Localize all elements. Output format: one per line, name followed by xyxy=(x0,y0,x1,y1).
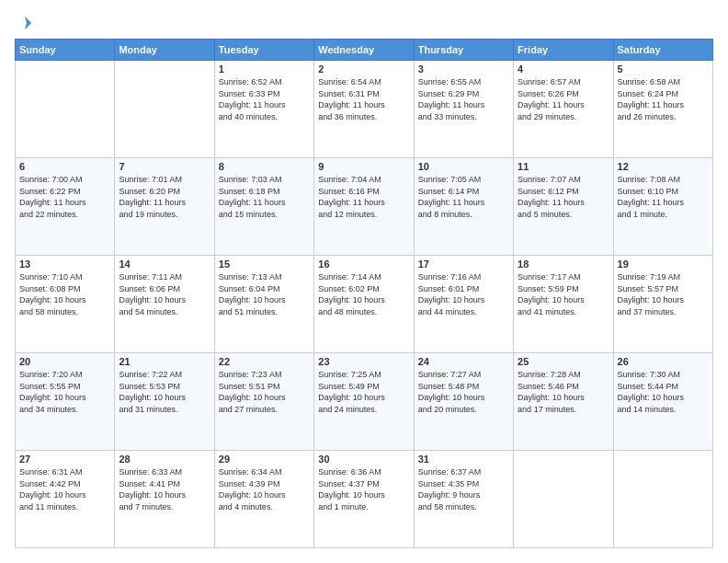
day-of-week-header: Thursday xyxy=(414,40,513,61)
calendar-week-row: 27Sunrise: 6:31 AM Sunset: 4:42 PM Dayli… xyxy=(16,451,713,548)
calendar-week-row: 6Sunrise: 7:00 AM Sunset: 6:22 PM Daylig… xyxy=(16,158,713,256)
calendar-day-cell: 2Sunrise: 6:54 AM Sunset: 6:31 PM Daylig… xyxy=(314,61,414,158)
calendar-day-cell: 18Sunrise: 7:17 AM Sunset: 5:59 PM Dayli… xyxy=(514,256,613,353)
day-info: Sunrise: 7:27 AM Sunset: 5:48 PM Dayligh… xyxy=(418,369,509,415)
day-info: Sunrise: 7:22 AM Sunset: 5:53 PM Dayligh… xyxy=(119,369,210,415)
calendar-day-cell: 31Sunrise: 6:37 AM Sunset: 4:35 PM Dayli… xyxy=(414,451,513,548)
day-info: Sunrise: 7:20 AM Sunset: 5:55 PM Dayligh… xyxy=(19,369,110,415)
day-number: 23 xyxy=(318,356,409,367)
page: SundayMondayTuesdayWednesdayThursdayFrid… xyxy=(0,0,728,563)
day-info: Sunrise: 7:10 AM Sunset: 6:08 PM Dayligh… xyxy=(19,271,110,317)
day-number: 19 xyxy=(618,259,709,270)
day-number: 16 xyxy=(318,259,409,270)
day-number: 4 xyxy=(518,63,609,75)
calendar-day-cell: 23Sunrise: 7:25 AM Sunset: 5:49 PM Dayli… xyxy=(314,353,414,451)
day-number: 27 xyxy=(19,454,110,465)
day-number: 22 xyxy=(219,356,310,367)
day-number: 20 xyxy=(19,356,110,367)
calendar-day-cell: 29Sunrise: 6:34 AM Sunset: 4:39 PM Dayli… xyxy=(214,451,313,548)
calendar-day-cell: 20Sunrise: 7:20 AM Sunset: 5:55 PM Dayli… xyxy=(16,353,115,451)
calendar-day-cell: 26Sunrise: 7:30 AM Sunset: 5:44 PM Dayli… xyxy=(613,353,712,451)
day-info: Sunrise: 6:52 AM Sunset: 6:33 PM Dayligh… xyxy=(219,76,310,122)
calendar-day-cell: 10Sunrise: 7:05 AM Sunset: 6:14 PM Dayli… xyxy=(414,158,513,256)
day-number: 3 xyxy=(418,63,509,75)
day-number: 5 xyxy=(618,63,709,75)
logo-icon xyxy=(17,15,33,31)
day-number: 31 xyxy=(418,454,509,465)
calendar-day-cell: 7Sunrise: 7:01 AM Sunset: 6:20 PM Daylig… xyxy=(115,158,214,256)
calendar-day-cell: 13Sunrise: 7:10 AM Sunset: 6:08 PM Dayli… xyxy=(16,256,115,353)
calendar-day-cell xyxy=(16,61,115,158)
day-number: 24 xyxy=(418,356,509,367)
day-number: 6 xyxy=(19,161,110,172)
calendar-day-cell: 6Sunrise: 7:00 AM Sunset: 6:22 PM Daylig… xyxy=(16,158,115,256)
calendar-day-cell: 19Sunrise: 7:19 AM Sunset: 5:57 PM Dayli… xyxy=(613,256,712,353)
day-of-week-header: Tuesday xyxy=(214,40,313,61)
day-info: Sunrise: 7:23 AM Sunset: 5:51 PM Dayligh… xyxy=(219,369,310,415)
day-number: 12 xyxy=(618,161,709,172)
day-info: Sunrise: 7:07 AM Sunset: 6:12 PM Dayligh… xyxy=(518,174,609,220)
day-of-week-header: Wednesday xyxy=(314,40,414,61)
day-of-week-header: Monday xyxy=(115,40,214,61)
day-info: Sunrise: 7:25 AM Sunset: 5:49 PM Dayligh… xyxy=(318,369,409,415)
day-info: Sunrise: 6:33 AM Sunset: 4:41 PM Dayligh… xyxy=(119,466,210,512)
calendar-day-cell: 8Sunrise: 7:03 AM Sunset: 6:18 PM Daylig… xyxy=(214,158,313,256)
day-info: Sunrise: 7:13 AM Sunset: 6:04 PM Dayligh… xyxy=(219,271,310,317)
day-number: 7 xyxy=(119,161,210,172)
day-number: 21 xyxy=(119,356,210,367)
day-number: 8 xyxy=(219,161,310,172)
calendar-week-row: 1Sunrise: 6:52 AM Sunset: 6:33 PM Daylig… xyxy=(16,61,713,158)
header xyxy=(15,15,713,31)
calendar-table: SundayMondayTuesdayWednesdayThursdayFrid… xyxy=(15,39,713,548)
day-info: Sunrise: 6:36 AM Sunset: 4:37 PM Dayligh… xyxy=(318,466,409,512)
calendar-day-cell: 27Sunrise: 6:31 AM Sunset: 4:42 PM Dayli… xyxy=(16,451,115,548)
day-info: Sunrise: 7:00 AM Sunset: 6:22 PM Dayligh… xyxy=(19,174,110,220)
calendar-week-row: 13Sunrise: 7:10 AM Sunset: 6:08 PM Dayli… xyxy=(16,256,713,353)
calendar-header-row: SundayMondayTuesdayWednesdayThursdayFrid… xyxy=(16,40,713,61)
day-info: Sunrise: 7:08 AM Sunset: 6:10 PM Dayligh… xyxy=(618,174,709,220)
day-number: 29 xyxy=(219,454,310,465)
calendar-day-cell: 21Sunrise: 7:22 AM Sunset: 5:53 PM Dayli… xyxy=(115,353,214,451)
day-info: Sunrise: 7:19 AM Sunset: 5:57 PM Dayligh… xyxy=(618,271,709,317)
day-number: 2 xyxy=(318,63,409,75)
day-info: Sunrise: 6:54 AM Sunset: 6:31 PM Dayligh… xyxy=(318,76,409,122)
day-number: 13 xyxy=(19,259,110,270)
day-number: 15 xyxy=(219,259,310,270)
day-info: Sunrise: 7:16 AM Sunset: 6:01 PM Dayligh… xyxy=(418,271,509,317)
day-number: 25 xyxy=(518,356,609,367)
day-number: 28 xyxy=(119,454,210,465)
day-of-week-header: Sunday xyxy=(16,40,115,61)
calendar-day-cell: 17Sunrise: 7:16 AM Sunset: 6:01 PM Dayli… xyxy=(414,256,513,353)
calendar-day-cell: 11Sunrise: 7:07 AM Sunset: 6:12 PM Dayli… xyxy=(514,158,613,256)
day-number: 1 xyxy=(219,63,310,75)
calendar-day-cell xyxy=(115,61,214,158)
calendar-day-cell: 22Sunrise: 7:23 AM Sunset: 5:51 PM Dayli… xyxy=(214,353,313,451)
calendar-day-cell: 16Sunrise: 7:14 AM Sunset: 6:02 PM Dayli… xyxy=(314,256,414,353)
day-info: Sunrise: 7:05 AM Sunset: 6:14 PM Dayligh… xyxy=(418,174,509,220)
day-number: 18 xyxy=(518,259,609,270)
day-number: 11 xyxy=(518,161,609,172)
day-info: Sunrise: 6:58 AM Sunset: 6:24 PM Dayligh… xyxy=(618,76,709,122)
day-info: Sunrise: 6:34 AM Sunset: 4:39 PM Dayligh… xyxy=(219,466,310,512)
day-number: 30 xyxy=(318,454,409,465)
day-info: Sunrise: 7:17 AM Sunset: 5:59 PM Dayligh… xyxy=(518,271,609,317)
day-number: 17 xyxy=(418,259,509,270)
day-of-week-header: Saturday xyxy=(613,40,712,61)
day-info: Sunrise: 7:30 AM Sunset: 5:44 PM Dayligh… xyxy=(618,369,709,415)
calendar-day-cell: 5Sunrise: 6:58 AM Sunset: 6:24 PM Daylig… xyxy=(613,61,712,158)
calendar-day-cell: 30Sunrise: 6:36 AM Sunset: 4:37 PM Dayli… xyxy=(314,451,414,548)
day-info: Sunrise: 7:28 AM Sunset: 5:46 PM Dayligh… xyxy=(518,369,609,415)
calendar-day-cell xyxy=(613,451,712,548)
calendar-day-cell: 28Sunrise: 6:33 AM Sunset: 4:41 PM Dayli… xyxy=(115,451,214,548)
day-info: Sunrise: 7:01 AM Sunset: 6:20 PM Dayligh… xyxy=(119,174,210,220)
day-info: Sunrise: 7:04 AM Sunset: 6:16 PM Dayligh… xyxy=(318,174,409,220)
calendar-day-cell xyxy=(514,451,613,548)
day-number: 14 xyxy=(119,259,210,270)
calendar-day-cell: 25Sunrise: 7:28 AM Sunset: 5:46 PM Dayli… xyxy=(514,353,613,451)
calendar-day-cell: 24Sunrise: 7:27 AM Sunset: 5:48 PM Dayli… xyxy=(414,353,513,451)
calendar-day-cell: 1Sunrise: 6:52 AM Sunset: 6:33 PM Daylig… xyxy=(214,61,313,158)
day-info: Sunrise: 6:31 AM Sunset: 4:42 PM Dayligh… xyxy=(19,466,110,512)
day-info: Sunrise: 6:57 AM Sunset: 6:26 PM Dayligh… xyxy=(518,76,609,122)
day-info: Sunrise: 7:14 AM Sunset: 6:02 PM Dayligh… xyxy=(318,271,409,317)
calendar-day-cell: 4Sunrise: 6:57 AM Sunset: 6:26 PM Daylig… xyxy=(514,61,613,158)
